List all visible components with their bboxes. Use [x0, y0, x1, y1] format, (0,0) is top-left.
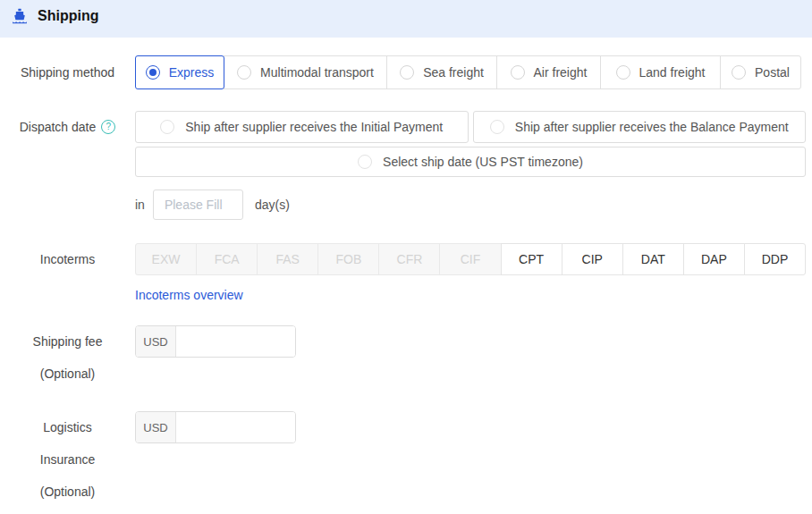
incoterm-cip[interactable]: CIP [562, 243, 623, 275]
logistics-insurance-row: Logistics Insurance (Optional) USD [0, 411, 806, 508]
days-suffix-label: day(s) [255, 198, 290, 212]
shipping-method-option-postal[interactable]: Postal [720, 55, 801, 89]
shipping-method-row: Shipping method Express Multimodal trans… [0, 55, 806, 89]
logistics-insurance-input-group: USD [135, 411, 296, 443]
incoterm-fas: FAS [257, 243, 318, 275]
logistics-optional-label: (Optional) [0, 476, 135, 508]
shipping-method-option-express[interactable]: Express [135, 55, 224, 89]
shipping-method-label: Shipping method [0, 55, 135, 89]
incoterm-dat[interactable]: DAT [622, 243, 684, 275]
radio-icon [358, 155, 372, 169]
dispatch-option-select-ship-date[interactable]: Select ship date (US PST timezone) [135, 147, 806, 177]
shipping-method-option-sea-freight[interactable]: Sea freight [386, 55, 497, 89]
option-label: Multimodal transport [260, 65, 374, 80]
days-prefix-label: in [135, 198, 145, 212]
shipping-method-option-air-freight[interactable]: Air freight [496, 55, 601, 89]
incoterm-cfr: CFR [378, 243, 440, 275]
shipping-method-options: Express Multimodal transport Sea freight… [135, 55, 806, 89]
shipping-fee-optional-label: (Optional) [0, 358, 135, 390]
incoterm-fca: FCA [196, 243, 258, 275]
logistics-label: Logistics [0, 411, 135, 443]
incoterms-label: Incoterms [0, 243, 135, 275]
shipping-fee-input[interactable] [176, 326, 295, 357]
help-question-icon[interactable]: ? [101, 120, 115, 134]
dispatch-options-pair: Ship after supplier receives the Initial… [135, 111, 806, 143]
shipping-fee-row: Shipping fee (Optional) USD [0, 325, 806, 390]
option-label: Land freight [639, 65, 706, 80]
section-header: Shipping [0, 0, 812, 38]
shipping-fee-label: Shipping fee [0, 325, 135, 358]
incoterm-exw: EXW [135, 243, 197, 275]
shipping-fee-input-group: USD [135, 325, 296, 358]
incoterms-overview-link[interactable]: Incoterms overview [135, 288, 243, 302]
shipping-method-option-land-freight[interactable]: Land freight [600, 55, 721, 89]
shipping-method-option-multimodal[interactable]: Multimodal transport [224, 55, 387, 89]
radio-icon [511, 65, 525, 80]
currency-prefix-usd: USD [136, 412, 176, 442]
dispatch-option-balance-payment[interactable]: Ship after supplier receives the Balance… [473, 111, 807, 143]
shipping-form: Shipping method Express Multimodal trans… [0, 38, 812, 508]
days-input[interactable] [153, 190, 243, 220]
option-label: Express [169, 65, 215, 80]
incoterms-options: EXW FCA FAS FOB CFR CIF CPT CIP DAT DAP … [135, 243, 806, 275]
option-label: Postal [755, 65, 790, 80]
option-label: Select ship date (US PST timezone) [383, 155, 583, 169]
radio-checked-icon [146, 65, 160, 80]
radio-icon [160, 120, 174, 134]
logistics-insurance-input[interactable] [176, 412, 295, 442]
radio-icon [490, 120, 504, 134]
option-label: Ship after supplier receives the Balance… [515, 120, 789, 134]
incoterm-cif: CIF [439, 243, 501, 275]
incoterm-dap[interactable]: DAP [683, 243, 745, 275]
shipping-fee-label-cell: Shipping fee (Optional) [0, 325, 135, 390]
logistics-insurance-label-cell: Logistics Insurance (Optional) [0, 411, 135, 508]
dispatch-date-label-cell: Dispatch date ? [0, 111, 135, 143]
insurance-label: Insurance [0, 443, 135, 476]
currency-prefix-usd: USD [136, 326, 176, 357]
incoterm-fob: FOB [317, 243, 379, 275]
radio-icon [732, 65, 746, 80]
incoterm-cpt[interactable]: CPT [501, 243, 562, 275]
option-label: Ship after supplier receives the Initial… [185, 120, 443, 134]
option-label: Sea freight [423, 65, 484, 80]
ship-icon [11, 7, 29, 25]
option-label: Air freight [534, 65, 588, 80]
dispatch-date-label: Dispatch date [20, 111, 97, 143]
incoterms-row: Incoterms EXW FCA FAS FOB CFR CIF CPT CI… [0, 243, 806, 302]
dispatch-days-row: in day(s) [135, 190, 806, 220]
radio-icon [237, 65, 251, 80]
radio-icon [616, 65, 630, 80]
section-title: Shipping [38, 7, 98, 25]
incoterm-ddp[interactable]: DDP [744, 243, 806, 275]
dispatch-option-initial-payment[interactable]: Ship after supplier receives the Initial… [135, 111, 469, 143]
radio-icon [400, 65, 414, 80]
dispatch-date-row: Dispatch date ? Ship after supplier rece… [0, 111, 806, 220]
